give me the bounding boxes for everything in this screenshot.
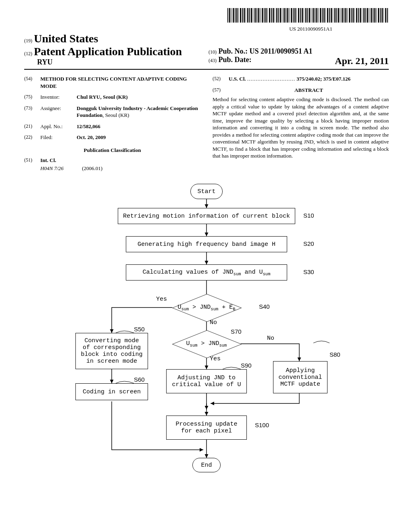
intcl-year: (2006.01) <box>82 165 102 171</box>
abstract-text: Method for selecting content adaptive co… <box>213 96 389 160</box>
fc-s90-text: Adjusting JND to critical value of U <box>171 374 242 388</box>
code-19: (19) <box>24 38 32 44</box>
code-21: (21) <box>24 123 40 130</box>
author-surname: RYU <box>24 58 204 66</box>
fc-s90-box: Adjusting JND to critical value of U <box>166 369 247 393</box>
pubno-value: US 2011/0090951 A1 <box>250 47 313 55</box>
fc-s70-no: No <box>267 335 274 342</box>
code-75: (75) <box>24 94 40 101</box>
code-52: (52) <box>213 75 229 83</box>
fc-s40-text: Usum > JNDsum + EB <box>162 299 251 318</box>
fc-s40-diamond: Usum > JNDsum + EB <box>162 299 251 316</box>
filed-label: Filed: <box>40 134 77 141</box>
pub-type: Patent Application Publication <box>34 45 182 58</box>
assignee-label: Assignee: <box>40 105 77 119</box>
fc-s50-text: Converting mode of corresponding block i… <box>80 337 144 365</box>
fc-s30-box: Calculating values of JNDsum and Usum <box>126 264 287 281</box>
uscl-dots: ............................ <box>247 76 295 82</box>
fc-s60-label: S60 <box>134 376 145 383</box>
code-43: (43) <box>209 58 217 63</box>
barcode-graphic <box>227 8 389 23</box>
assignee-value-rest: , Seoul (KR) <box>102 112 129 118</box>
invention-title: METHOD FOR SELECTING CONTENT ADAPTIVE CO… <box>40 75 200 89</box>
intcl-code: H04N 7/26 <box>40 165 81 172</box>
applno-label: Appl. No.: <box>40 123 77 130</box>
fc-s50-box: Converting mode of corresponding block i… <box>75 333 148 369</box>
fc-s50-label: S50 <box>134 326 145 332</box>
pub-class-heading: Publication Classification <box>24 147 200 154</box>
pubdate-value: Apr. 21, 2011 <box>335 56 389 66</box>
fc-s70-label: S70 <box>231 328 242 335</box>
fc-s80-box: Applying conventional MCTF update <box>273 361 327 393</box>
fc-s80-label: S80 <box>330 351 340 358</box>
left-column: (54) METHOD FOR SELECTING CONTENT ADAPTI… <box>24 75 200 176</box>
intcl-label: Int. Cl. <box>40 157 56 163</box>
fc-s100-label: S100 <box>255 422 269 428</box>
fc-s100-box: Processing update for each pixel <box>166 416 247 440</box>
fc-s80-text: Applying conventional MCTF update <box>277 367 323 388</box>
fc-s30-text: Calculating values of JNDsum and Usum <box>143 269 271 276</box>
fc-s60-box: Coding in screen <box>75 383 148 400</box>
country: United States <box>34 32 98 45</box>
fc-end-text: End <box>201 462 212 469</box>
code-73: (73) <box>24 105 40 119</box>
assignee-value-bold: Dongguk University Industry - Academic C… <box>77 105 198 118</box>
filed-value: Oct. 20, 2009 <box>77 134 106 140</box>
abstract-heading: ABSTRACT <box>229 87 389 94</box>
fc-start-text: Start <box>197 188 215 195</box>
fc-s10-label: S10 <box>303 212 314 219</box>
barcode-area <box>24 8 389 24</box>
fc-s70-diamond: Usum > JNDsum <box>162 335 251 353</box>
fc-s40-no: No <box>210 319 217 326</box>
fc-s20-box: Generating high frequency band image H <box>126 236 287 252</box>
fc-s30-label: S30 <box>303 268 314 275</box>
fc-s10-box: Retrieving motion information of current… <box>118 208 295 224</box>
barcode-number: US 20110090951A1 <box>24 26 389 32</box>
fc-s10-text: Retrieving motion information of current… <box>123 213 290 220</box>
code-10: (10) <box>209 49 217 55</box>
code-57: (57) <box>213 87 229 96</box>
applno-value: 12/582,066 <box>77 123 100 129</box>
fc-s60-text: Coding in screen <box>83 389 141 395</box>
fc-s20-label: S20 <box>303 240 314 247</box>
header-block: (19) United States (12) Patent Applicati… <box>24 32 389 70</box>
flowchart: Start Retrieving motion information of c… <box>53 184 360 490</box>
biblio-columns: (54) METHOD FOR SELECTING CONTENT ADAPTI… <box>24 75 389 176</box>
fc-start: Start <box>190 184 223 199</box>
uscl-label: U.S. Cl. <box>229 76 246 82</box>
uscl-value: 375/240.02; 375/E07.126 <box>296 76 350 82</box>
fc-s70-yes: Yes <box>210 355 221 362</box>
fc-s100-text: Processing update for each pixel <box>171 421 242 434</box>
pubdate-label: Pub. Date: <box>219 56 252 64</box>
inventor-value: Chul RYU, Seoul (KR) <box>77 94 128 100</box>
fc-end: End <box>192 458 221 472</box>
code-54: (54) <box>24 75 40 89</box>
code-51: (51) <box>24 157 40 164</box>
fc-s90-label: S90 <box>241 362 252 369</box>
fc-s40-label: S40 <box>259 303 270 310</box>
patent-page: US 20110090951A1 (19) United States (12)… <box>0 0 413 532</box>
code-12: (12) <box>24 51 32 56</box>
pubno-label: Pub. No.: <box>219 47 248 55</box>
header-right: (10) Pub. No.: US 2011/0090951 A1 (43) P… <box>204 47 389 66</box>
right-column: (52) U.S. Cl. ..........................… <box>213 75 389 176</box>
fc-s20-text: Generating high frequency band image H <box>138 241 275 248</box>
fc-s70-text: Usum > JNDsum <box>162 335 251 354</box>
inventor-label: Inventor: <box>40 94 77 101</box>
code-22: (22) <box>24 134 40 141</box>
fc-s40-sub: B <box>233 307 235 312</box>
header-left: (19) United States (12) Patent Applicati… <box>24 32 204 66</box>
